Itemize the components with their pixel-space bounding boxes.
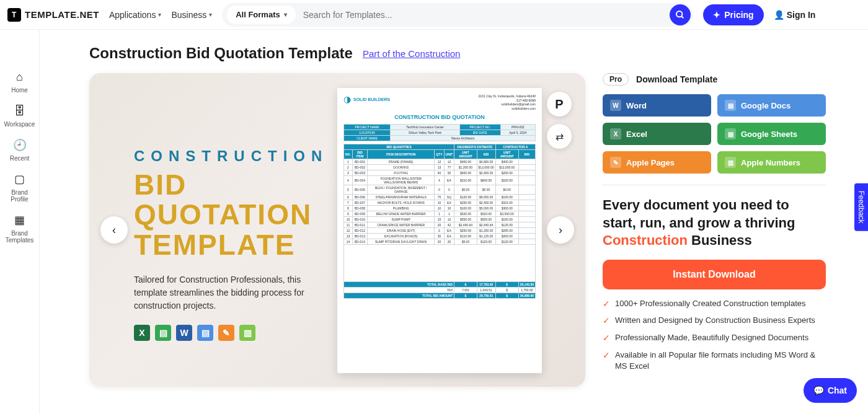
chevron-down-icon: ▾: [284, 11, 287, 18]
sidebar-item-home[interactable]: ⌂Home: [11, 69, 28, 94]
site-logo[interactable]: T TEMPLATE.NET: [7, 8, 99, 22]
document-preview: ◑SOLID BUILDERS 2101 Clay St, Indianapol…: [337, 88, 542, 373]
gdocs-icon: ▤: [725, 100, 736, 111]
preview-line-quotation: QUOTATION: [134, 200, 328, 229]
left-sidebar: ⌂Home 🗄Workspace 🕘Recent ▢Brand Profile …: [0, 30, 40, 414]
logo-badge-icon: T: [7, 8, 21, 22]
sidebar-item-brand-profile[interactable]: ▢Brand Profile: [11, 172, 28, 203]
preview-line-construction: CONSTRUCTION: [134, 148, 328, 165]
pro-badge: Pro: [603, 73, 629, 86]
formats-dropdown[interactable]: All Formats ▾: [227, 6, 296, 24]
benefit-item: ✓1000+ Professionally Created Constructi…: [603, 298, 826, 310]
sidebar-item-recent[interactable]: 🕘Recent: [10, 138, 30, 162]
preview-tagline: Tailored for Construction Professionals,…: [134, 273, 308, 312]
doc-bid-table: BID QUANTITIESENGINEER'S ESTIMATECONTRAC…: [343, 144, 536, 299]
pinterest-icon: P: [555, 97, 563, 112]
download-anumbers-button[interactable]: ▥Apple Numbers: [717, 151, 826, 174]
divider: [603, 185, 826, 185]
download-apages-button[interactable]: ✎Apple Pages: [603, 151, 711, 174]
check-icon: ✓: [603, 315, 610, 327]
chat-button[interactable]: 💬 Chat: [804, 378, 857, 403]
word-icon: W: [176, 325, 192, 341]
preview-prev-button[interactable]: ‹: [100, 216, 128, 244]
preview-next-button[interactable]: ›: [547, 216, 574, 244]
search-input[interactable]: [296, 10, 670, 20]
gsheets-icon: ▤: [725, 128, 736, 139]
sheets-icon: ▤: [155, 325, 171, 341]
card-icon: ▢: [12, 172, 27, 187]
feedback-tab[interactable]: Feedback: [854, 183, 868, 231]
numbers-icon: ▥: [239, 325, 255, 341]
docs-icon: ▤: [197, 325, 213, 341]
numbers-icon: ▥: [725, 157, 736, 168]
sidebar-item-workspace[interactable]: 🗄Workspace: [4, 103, 35, 128]
instant-download-button[interactable]: Instant Download: [603, 260, 826, 289]
sidebar-item-brand-templates[interactable]: ▦Brand Templates: [6, 213, 34, 244]
download-excel-button[interactable]: XExcel: [603, 123, 711, 145]
download-word-button[interactable]: WWord: [603, 94, 711, 117]
user-icon: 👤: [774, 10, 784, 20]
sign-in-link[interactable]: 👤 Sign In: [774, 10, 816, 20]
word-icon: W: [610, 100, 621, 111]
benefit-item: ✓Professionally Made, Beautifully Design…: [603, 332, 826, 345]
download-gdocs-button[interactable]: ▤Google Docs: [717, 94, 826, 117]
briefcase-icon: 🗄: [12, 103, 27, 118]
svg-point-0: [676, 11, 682, 17]
pages-icon: ✎: [218, 325, 234, 341]
check-icon: ✓: [603, 298, 610, 310]
sparkle-icon: ✦: [713, 10, 720, 20]
search-icon: [675, 10, 685, 20]
preview-line-template: TEMPLATE: [134, 230, 328, 260]
home-icon: ⌂: [12, 69, 27, 84]
company-logo-icon: ◑: [343, 94, 351, 104]
download-gsheets-button[interactable]: ▤Google Sheets: [717, 123, 826, 145]
benefits-list: ✓1000+ Professionally Created Constructi…: [603, 298, 826, 372]
check-icon: ✓: [603, 332, 610, 345]
benefit-item: ✓Written and Designed by Construction Bu…: [603, 315, 826, 327]
pricing-button[interactable]: ✦ Pricing: [703, 4, 763, 25]
clock-icon: 🕘: [12, 138, 27, 152]
share-button[interactable]: ⇄: [547, 124, 572, 149]
logo-text: TEMPLATE.NET: [25, 9, 99, 20]
promo-text: Every document you need to start, run, a…: [603, 196, 826, 250]
share-icon: ⇄: [556, 131, 564, 143]
excel-icon: X: [610, 128, 621, 139]
excel-icon: X: [134, 325, 150, 341]
pinterest-button[interactable]: P: [547, 92, 572, 117]
benefit-item: ✓Available in all Popular file formats i…: [603, 350, 826, 372]
chevron-down-icon: ▾: [158, 11, 161, 18]
search-bar: All Formats ▾: [222, 3, 693, 27]
chevron-down-icon: ▾: [209, 11, 212, 18]
pages-icon: ✎: [610, 157, 621, 168]
check-icon: ✓: [603, 350, 610, 372]
download-template-label: Download Template: [636, 74, 717, 84]
part-of-link[interactable]: Part of the Construction: [363, 48, 461, 59]
search-button[interactable]: [670, 4, 691, 25]
grid-icon: ▦: [12, 213, 27, 227]
nav-applications[interactable]: Applications ▾: [109, 10, 162, 20]
chat-icon: 💬: [813, 385, 824, 395]
doc-info-table: PROJECT NAMETechHub Innovation CenterPRO…: [343, 124, 536, 141]
svg-line-1: [681, 16, 683, 18]
template-preview: ‹ › P ⇄ CONSTRUCTION BID QUOTATION TEMPL…: [89, 73, 585, 387]
format-icons: X ▤ W ▤ ✎ ▥: [134, 325, 328, 341]
page-title: Construction Bid Quotation Template: [89, 45, 353, 62]
nav-business[interactable]: Business ▾: [171, 10, 212, 20]
preview-line-bid: BID: [134, 170, 328, 200]
doc-title: CONSTRUCTION BID QUOTATION: [343, 114, 536, 120]
